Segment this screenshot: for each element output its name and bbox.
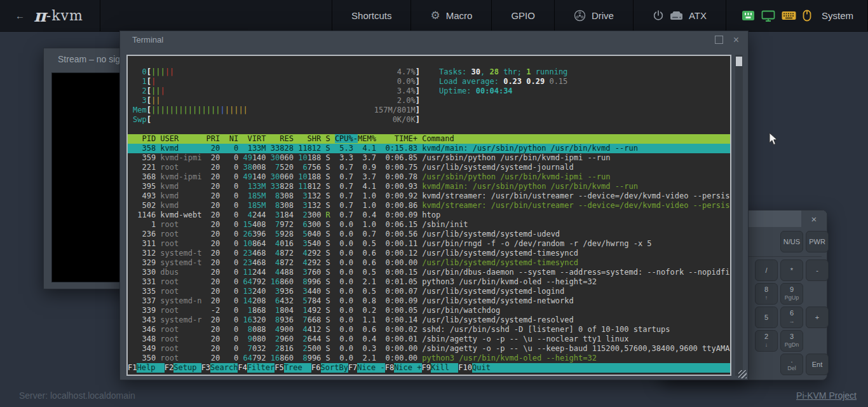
process-row[interactable]: 331 root 20 0 64792 16860 8996 S 0.0 2.1… [128,277,730,287]
fkey-f3[interactable]: F3 [201,363,210,373]
process-row[interactable]: 221 root 20 0 38008 7520 6756 S 0.7 0.9 … [128,163,730,172]
process-row[interactable]: 349 root 20 0 7032 2816 2500 S 0.0 0.3 0… [128,344,730,354]
terminal-window: Terminal × 0[|||||4.7%] 1[|0.0%] 2[|||3.… [119,31,749,380]
keypad-key-numlock[interactable]: N/US [780,231,803,252]
meter-1: 1[|0.0%] [133,77,420,86]
menu-drive-label: Drive [592,10,614,21]
monitor-status-icon [761,10,775,22]
keypad-key-enter[interactable]: Ent [806,354,829,375]
terminal-window-title: Terminal [132,35,163,45]
meter-swp: Swp[0K/0K] [133,115,420,125]
process-row[interactable]: 1 root 20 0 15408 7972 6300 S 0.0 1.0 0:… [128,220,730,230]
keypad-key-8[interactable]: 8↑ [755,283,778,305]
process-row[interactable]: 311 root 20 0 10864 4016 3540 S 0.0 0.5 … [128,239,730,249]
process-row[interactable]: 395 kvmd 20 0 133M 33828 11812 S 0.7 4.1… [128,182,730,191]
back-arrow-icon: ← [15,10,25,21]
keypad-close-button[interactable]: × [801,210,827,227]
menu-system-label: System [822,10,853,21]
system-info-line: Tasks: 30, 28 thr; 1 running [439,67,567,77]
project-link[interactable]: Pi-KVM Project [796,390,857,401]
process-row[interactable]: 350 root 20 0 64792 16860 8996 S 0.0 2.1… [128,354,730,363]
scrollbar-thumb[interactable] [736,57,742,66]
server-hostname: Server: localhost.localdomain [19,390,135,401]
process-row[interactable]: 312 systemd-t 20 0 23468 4872 4292 S 0.0… [128,249,730,258]
keypad-key-6[interactable]: 6→ [780,307,803,328]
disc-icon [574,10,586,22]
fkey-f8[interactable]: F8 [385,363,394,373]
meter-mem: Mem[|||||||||||||||||||||157M/801M] [133,106,420,115]
logo-pi: π [34,6,46,25]
menu-shortcuts[interactable]: Shortcuts [332,0,410,31]
gear-icon: ⚙ [430,9,440,22]
mouse-cursor [769,132,778,146]
keypad-key-5[interactable]: 5 [755,307,778,328]
system-info-line: Load average: 0.23 0.29 0.15 [439,77,567,86]
fkey-f2[interactable]: F2 [165,363,173,373]
htop-cpu-mem-meters: 0[|||||4.7%] 1[|0.0%] 2[|||3.4%] 3[||2.0… [133,67,420,125]
meter-2: 2[|||3.4%] [133,86,420,96]
menu-macro-label: Macro [446,10,473,21]
keypad-key-del[interactable]: .Del [780,354,803,375]
process-row[interactable]: 335 root 20 0 13240 3936 3440 S 0.0 0.5 … [128,287,730,296]
menu-drive[interactable]: Drive [554,0,633,31]
lan-status-icon [742,10,755,21]
keypad-key-multiply[interactable]: * [780,259,803,281]
system-info-line: Uptime: 00:04:34 [439,86,567,96]
keypad-key-power[interactable]: PWR [806,231,829,252]
process-row[interactable]: 329 systemd-t 20 0 23468 4872 4292 S 0.0… [128,258,730,268]
htop-function-key-bar[interactable]: F1Help F2Setup F3SearchF4FilterF5Tree F6… [128,363,730,373]
nav-menus: Shortcuts ⚙ Macro GPIO Drive ATX [332,0,868,31]
fkey-f7[interactable]: F7 [348,363,357,373]
menu-atx-label: ATX [689,10,707,21]
process-row[interactable]: 236 root 20 0 26396 5928 5040 S 0.0 0.7 … [128,230,730,239]
fkey-f9[interactable]: F9 [422,363,431,373]
process-row[interactable]: 330 dbus 20 0 11244 4488 3760 S 0.0 0.5 … [128,268,730,277]
menu-macro[interactable]: ⚙ Macro [410,0,491,31]
fkey-f6[interactable]: F6 [311,363,320,373]
meter-3: 3[||2.0%] [133,96,420,106]
keypad-key-9[interactable]: 9PgUp [780,283,803,305]
keypad-key-minus[interactable]: - [806,259,829,281]
close-icon[interactable]: × [733,36,739,44]
meter-0: 0[|||||4.7%] [133,67,420,77]
power-icon [653,10,664,22]
process-row[interactable]: 368 kvmd-ipmi 20 0 49140 30060 10188 S 0… [128,172,730,182]
terminal-scrollbar[interactable] [735,55,743,376]
top-nav: ← π-kvm Shortcuts ⚙ Macro GPIO Drive AT [0,0,868,32]
mouse-status-icon [803,10,811,22]
fkey-f10[interactable]: F10 [458,363,472,373]
keypad-key-divide[interactable]: / [755,259,778,281]
fkey-f1[interactable]: F1 [128,363,137,373]
menu-gpio-label: GPIO [511,10,535,21]
process-table-header[interactable]: PID USER PRI NI VIRT RES SHR S CPU%-MEM%… [128,134,730,144]
app-logo[interactable]: ← π-kvm [0,0,100,31]
keyboard-status-icon [782,11,796,20]
menu-system[interactable]: System [726,0,868,31]
logo-suffix: -kvm [46,8,83,24]
process-row[interactable]: 359 kvmd-ipmi 20 0 49140 30060 10188 S 3… [128,153,730,163]
fkey-f5[interactable]: F5 [275,363,283,373]
process-row[interactable]: 343 systemd-r 20 0 16320 8936 7668 S 0.0… [128,315,730,325]
maximize-button[interactable] [715,36,723,44]
process-row[interactable]: 339 root -2 0 1868 1804 1492 S 0.0 0.2 0… [128,306,730,315]
process-row[interactable]: 346 root 20 0 8088 4900 4412 S 0.0 0.6 0… [128,325,730,335]
terminal-screen[interactable]: 0[|||||4.7%] 1[|0.0%] 2[|||3.4%] 3[||2.0… [126,55,731,376]
keypad-key-plus[interactable]: + [806,307,829,328]
process-row[interactable]: 1146 kvmd-webt 20 0 4244 3184 2300 R 0.7… [128,210,730,220]
keypad-key-3[interactable]: 3PgDn [780,330,803,352]
process-row[interactable]: 502 kvmd 20 0 185M 8308 3132 S 0.7 1.0 0… [128,201,730,210]
terminal-window-titlebar[interactable]: Terminal × [120,31,748,48]
fkey-f4[interactable]: F4 [238,363,247,373]
menu-atx[interactable]: ATX [633,0,726,31]
process-row[interactable]: 358 kvmd 20 0 133M 33828 11812 S 5.3 4.1… [128,144,730,153]
process-row[interactable]: 493 kvmd 20 0 185M 8308 3132 S 0.7 1.0 0… [128,191,730,201]
resize-grip[interactable] [738,370,747,378]
process-table: 358 kvmd 20 0 133M 33828 11812 S 5.3 4.1… [128,144,730,363]
storage-icon [670,11,683,21]
process-row[interactable]: 337 systemd-n 20 0 14208 6432 5784 S 0.0… [128,296,730,306]
keypad-key-2[interactable]: 2↓ [755,330,778,352]
menu-shortcuts-label: Shortcuts [351,10,391,21]
process-row[interactable]: 348 root 20 0 9080 2960 2644 S 0.0 0.4 0… [128,335,730,344]
menu-gpio[interactable]: GPIO [491,0,554,31]
htop-system-info: Tasks: 30, 28 thr; 1 runningLoad average… [439,67,567,96]
